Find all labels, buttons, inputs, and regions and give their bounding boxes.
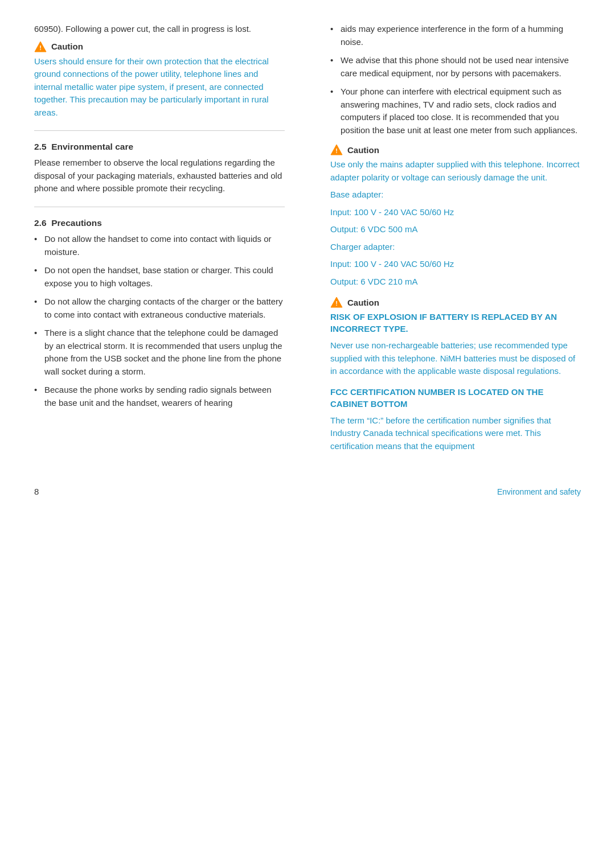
caution-icon-3: !: [330, 296, 343, 308]
caution-block-1: ! Caution Users should ensure for their …: [34, 40, 285, 120]
base-label: Base adapter:: [330, 188, 581, 201]
list-item: We advise that this phone should not be …: [330, 54, 581, 80]
caution-label-1: Caution: [51, 42, 83, 51]
base-output: Output: 6 VDC 500 mA: [330, 223, 581, 236]
list-item: There is a slight chance that the teleph…: [34, 327, 285, 378]
caution-icon-1: !: [34, 40, 47, 53]
section-25-heading: Environmental care: [51, 142, 133, 151]
caution-header-2: ! Caution: [330, 143, 581, 156]
section-26-heading: Precautions: [51, 218, 102, 228]
section-25-number: 2.5: [34, 142, 47, 151]
divider-1: [34, 130, 285, 131]
charger-label: Charger adapter:: [330, 241, 581, 254]
caution-label-3: Caution: [347, 298, 379, 307]
hearing-continuation: aids may experience interference in the …: [341, 24, 563, 47]
section-25-text: Please remember to observe the local reg…: [34, 157, 285, 195]
caution-header-1: ! Caution: [34, 40, 285, 53]
page-number: 8: [34, 487, 39, 496]
footer: 8 Environment and safety: [34, 482, 581, 496]
section-25-block: 2.5 Environmental care Please remember t…: [34, 140, 285, 195]
section-25-title: 2.5 Environmental care: [34, 140, 285, 153]
svg-text:!: !: [39, 44, 42, 51]
charger-output: Output: 6 VDC 210 mA: [330, 275, 581, 289]
fcc-block: FCC CERTIFICATION NUMBER IS LOCATED ON T…: [330, 386, 581, 453]
fcc-text: The term “IC:” before the certification …: [330, 414, 581, 453]
list-item: Do not allow the charging contacts of th…: [34, 295, 285, 321]
section-26-title: 2.6 Precautions: [34, 216, 285, 229]
right-list: aids may experience interference in the …: [330, 23, 581, 137]
base-input: Input: 100 V - 240 VAC 50/60 Hz: [330, 206, 581, 219]
svg-text:!: !: [335, 147, 338, 154]
section-26-block: 2.6 Precautions Do not allow the handset…: [34, 216, 285, 409]
divider-2: [34, 207, 285, 207]
list-item: aids may experience interference in the …: [330, 23, 581, 48]
caution-header-3: ! Caution: [330, 296, 581, 308]
section-26-number: 2.6: [34, 218, 47, 228]
left-column: 60950). Following a power cut, the call …: [34, 23, 296, 459]
right-column: aids may experience interference in the …: [319, 23, 581, 459]
caution-icon-2: !: [330, 143, 343, 156]
caution1-text: Users should ensure for their own protec…: [34, 55, 285, 120]
caution-block-2: ! Caution Use only the mains adapter sup…: [330, 143, 581, 288]
svg-text:!: !: [335, 300, 338, 307]
caution-block-3: ! Caution RISK OF EXPLOSION IF BATTERY I…: [330, 296, 581, 378]
caution-label-2: Caution: [347, 145, 379, 155]
precautions-list: Do not allow the handset to come into co…: [34, 233, 285, 409]
charger-input: Input: 100 V - 240 VAC 50/60 Hz: [330, 258, 581, 271]
footer-label: Environment and safety: [497, 487, 581, 496]
caution3-upper-text: RISK OF EXPLOSION IF BATTERY IS REPLACED…: [330, 311, 581, 335]
list-item: Do not open the handset, base station or…: [34, 264, 285, 290]
fcc-title: FCC CERTIFICATION NUMBER IS LOCATED ON T…: [330, 386, 581, 410]
list-item: Do not allow the handset to come into co…: [34, 233, 285, 258]
list-item: Your phone can interfere with electrical…: [330, 85, 581, 137]
intro-text: 60950). Following a power cut, the call …: [34, 23, 285, 36]
list-item: Because the phone works by sending radio…: [34, 384, 285, 409]
caution3-text: Never use non-rechargeable batteries; us…: [330, 339, 581, 378]
caution2-text: Use only the mains adapter supplied with…: [330, 158, 581, 184]
